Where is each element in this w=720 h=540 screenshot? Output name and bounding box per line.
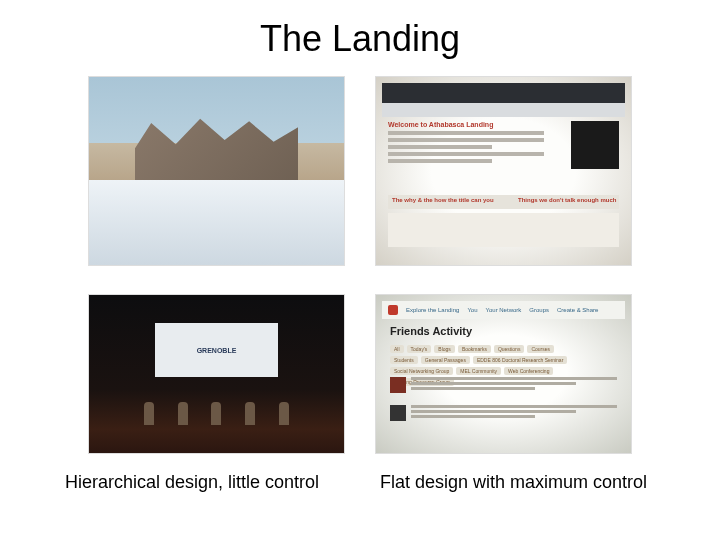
- text-line: [411, 382, 576, 385]
- image-top-left-winter-building: [88, 76, 345, 266]
- text-line: [411, 410, 576, 413]
- content-band-lower: [388, 213, 619, 247]
- sidebar-image-box: [571, 121, 619, 169]
- site-logo-icon: [388, 305, 398, 315]
- chip: Today's: [407, 345, 432, 353]
- image-bottom-left-conference: GRENOBLE: [88, 294, 345, 454]
- tab-groups: Groups: [529, 307, 549, 313]
- caption-left: Hierarchical design, little control: [40, 472, 360, 493]
- stage-panel: [135, 402, 298, 424]
- activity-text: [411, 405, 617, 420]
- chip: General Passages: [421, 356, 470, 364]
- text-line: [411, 415, 535, 418]
- tab-bar: Explore the Landing You Your Network Gro…: [382, 301, 625, 319]
- activity-row: [390, 405, 617, 427]
- chip: Web Conferencing: [504, 367, 553, 375]
- image-top-right-website: Welcome to Athabasca Landing The why & t…: [375, 76, 632, 266]
- caption-row: Hierarchical design, little control Flat…: [0, 454, 720, 493]
- band-link-left: The why & the how the title can you: [392, 197, 494, 203]
- content-band: The why & the how the title can you Thin…: [388, 195, 619, 209]
- text-line: [388, 138, 544, 142]
- tab-network: Your Network: [486, 307, 522, 313]
- avatar: [390, 405, 406, 421]
- chip: Social Networking Group: [390, 367, 453, 375]
- panelist: [211, 402, 221, 424]
- image-grid: Welcome to Athabasca Landing The why & t…: [0, 76, 720, 454]
- chip: All: [390, 345, 404, 353]
- panelist: [245, 402, 255, 424]
- text-line: [411, 387, 535, 390]
- band-link-right: Things we don't talk enough much: [518, 197, 616, 203]
- text-line: [411, 405, 617, 408]
- site-content: Welcome to Athabasca Landing: [388, 121, 561, 166]
- tab-explore: Explore the Landing: [406, 307, 459, 313]
- slide-title: The Landing: [0, 0, 720, 70]
- image-bottom-right-activity: Explore the Landing You Your Network Gro…: [375, 294, 632, 454]
- projection-screen: GRENOBLE: [155, 323, 277, 377]
- chip: Questions: [494, 345, 525, 353]
- panelist: [178, 402, 188, 424]
- tab-you: You: [467, 307, 477, 313]
- avatar: [390, 377, 406, 393]
- text-line: [388, 159, 492, 163]
- chip: EDDE 806 Doctoral Research Seminar: [473, 356, 567, 364]
- caption-right: Flat design with maximum control: [360, 472, 680, 493]
- panelist: [144, 402, 154, 424]
- chip: Bookmarks: [458, 345, 491, 353]
- chip: MEL Community: [456, 367, 501, 375]
- activity-heading: Friends Activity: [390, 325, 472, 337]
- site-nav-bar: [382, 103, 625, 117]
- text-line: [411, 377, 617, 380]
- chip: Courses: [527, 345, 554, 353]
- text-line: [388, 152, 544, 156]
- welcome-heading: Welcome to Athabasca Landing: [388, 121, 561, 128]
- site-header-bar: [382, 83, 625, 103]
- activity-row: [390, 377, 617, 399]
- chip: Blogs: [434, 345, 455, 353]
- panelist: [279, 402, 289, 424]
- chip: Students: [390, 356, 418, 364]
- projection-screen-text: GRENOBLE: [197, 347, 237, 354]
- activity-text: [411, 377, 617, 392]
- text-line: [388, 145, 492, 149]
- text-line: [388, 131, 544, 135]
- tab-create: Create & Share: [557, 307, 598, 313]
